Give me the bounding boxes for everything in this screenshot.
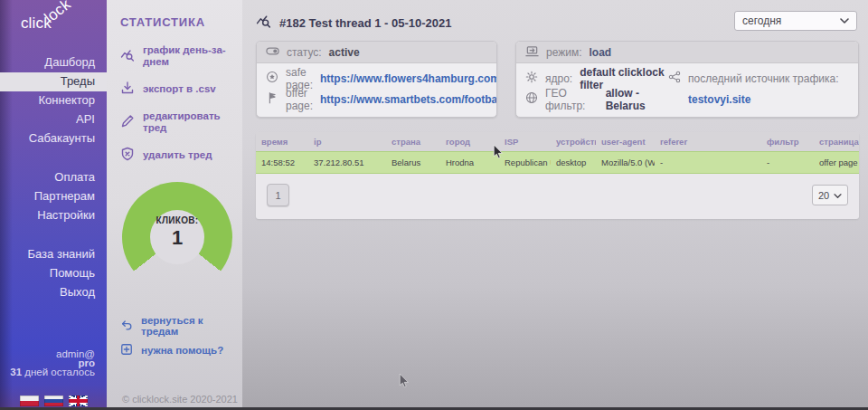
period-select[interactable]: сегодня bbox=[734, 11, 857, 31]
clicklock-logo[interactable]: clicklock bbox=[0, 0, 107, 42]
cell-city: Hrodna bbox=[440, 152, 499, 174]
share-icon bbox=[668, 71, 681, 86]
status-panel-header: статус: active bbox=[257, 42, 496, 63]
gauge-text: КЛИКОВ: 1 bbox=[122, 215, 232, 250]
cell-filter: - bbox=[761, 152, 814, 174]
edit-thread-icon bbox=[120, 114, 135, 131]
sidebar-item-api[interactable]: API bbox=[0, 110, 107, 129]
clicks-gauge: КЛИКОВ: 1 bbox=[122, 182, 232, 292]
cell-device: desktop bbox=[551, 152, 596, 174]
nav-divider bbox=[0, 225, 107, 245]
sidebar-item-help[interactable]: Помощь bbox=[0, 264, 107, 283]
cell-user-agent: Mozilla/5.0 (Win... bbox=[596, 152, 655, 174]
col-device[interactable]: устройство bbox=[551, 132, 596, 152]
sidebar: clicklock Дашборд Треды Коннектор API Са… bbox=[0, 0, 107, 410]
stats-column: СТАТИСТИКА график день-за-днем экспорт в… bbox=[107, 0, 242, 410]
toggle-icon bbox=[266, 44, 279, 61]
status-value: active bbox=[329, 46, 360, 59]
sidebar-item-knowledge-base[interactable]: База знаний bbox=[0, 245, 107, 264]
sidebar-item-connector[interactable]: Коннектор bbox=[0, 91, 107, 110]
col-filter[interactable]: фильтр bbox=[761, 132, 814, 152]
language-switcher bbox=[0, 396, 107, 406]
stats-links: вернуться к тредам нужна помощь? bbox=[120, 315, 242, 358]
gauge-label: КЛИКОВ: bbox=[122, 215, 232, 225]
export-csv-button[interactable]: экспорт в .csv bbox=[120, 81, 242, 98]
sidebar-item-dashboard[interactable]: Дашборд bbox=[0, 53, 107, 72]
daily-chart-label: график день-за-днем bbox=[143, 44, 242, 68]
sidebar-item-settings[interactable]: Настройки bbox=[0, 206, 107, 225]
delete-thread-button[interactable]: удалить тред bbox=[120, 147, 242, 164]
delete-thread-label: удалить тред bbox=[143, 149, 212, 161]
geo-filter-value: allow - Belarus bbox=[606, 87, 668, 112]
col-ip[interactable]: ip bbox=[308, 132, 386, 152]
cell-isp: Republican Unita... bbox=[499, 152, 551, 174]
main-content: #182 Test thread 1 - 05-10-2021 сегодня … bbox=[242, 0, 868, 410]
traffic-source-row: последний источник трафика: bbox=[668, 68, 849, 89]
globe-icon bbox=[525, 91, 538, 107]
period-select-value: сегодня bbox=[742, 14, 781, 27]
daily-chart-button[interactable]: график день-за-днем bbox=[120, 44, 242, 68]
nav-divider bbox=[0, 148, 107, 168]
need-help-link[interactable]: нужна помощь? bbox=[120, 343, 242, 358]
app-window: clicklock Дашборд Треды Коннектор API Са… bbox=[0, 0, 868, 410]
sidebar-item-subaccounts[interactable]: Сабакаунты bbox=[0, 129, 107, 148]
mode-left-column: ядро: default clicklock filter ГЕО фильт… bbox=[525, 68, 668, 110]
mode-panel: режим: load ядро: default clicklock filt… bbox=[515, 41, 859, 118]
edit-thread-button[interactable]: редактировать тред bbox=[120, 110, 242, 134]
col-city[interactable]: город bbox=[440, 132, 499, 152]
status-panel: статус: active safe page: https://www.fl… bbox=[256, 41, 497, 118]
mode-panel-header: режим: load bbox=[516, 42, 858, 63]
export-csv-icon bbox=[120, 81, 135, 98]
mode-label: режим: bbox=[546, 46, 582, 59]
export-csv-label: экспорт в .csv bbox=[143, 83, 216, 95]
table-header-row: время ip страна город ISP устройство use… bbox=[256, 132, 859, 152]
chart-day-icon bbox=[120, 48, 135, 65]
page-size-select[interactable]: 20 bbox=[812, 185, 848, 205]
sidebar-item-payment[interactable]: Оплата bbox=[0, 168, 107, 187]
mode-value: load bbox=[590, 46, 612, 59]
sidebar-item-partners[interactable]: Партнерам bbox=[0, 187, 107, 206]
clicks-table: время ip страна город ISP устройство use… bbox=[256, 132, 859, 174]
back-to-threads-label: вернуться к тредам bbox=[141, 315, 242, 337]
col-isp[interactable]: ISP bbox=[499, 132, 551, 152]
gear-icon bbox=[525, 71, 538, 86]
status-label: статус: bbox=[287, 46, 322, 59]
delete-thread-icon bbox=[120, 147, 135, 164]
col-time[interactable]: время bbox=[256, 132, 308, 152]
safe-page-link[interactable]: https://www.flowers4hamburg.com/ bbox=[320, 72, 497, 85]
sidebar-item-threads[interactable]: Треды bbox=[0, 72, 107, 91]
cell-country: Belarus bbox=[386, 152, 440, 174]
sidebar-item-logout[interactable]: Выход bbox=[0, 283, 107, 302]
cell-ip: 37.212.80.51 bbox=[308, 152, 386, 174]
sidebar-nav: Дашборд Треды Коннектор API Сабакаунты О… bbox=[0, 53, 107, 302]
mode-right-column: последний источник трафика: testovyi.sit… bbox=[668, 68, 849, 110]
core-label: ядро: bbox=[545, 72, 572, 85]
col-country[interactable]: страна bbox=[386, 132, 440, 152]
flag-russia-icon[interactable] bbox=[44, 396, 63, 406]
traffic-source-link[interactable]: testovyi.site bbox=[688, 93, 750, 106]
edit-thread-label: редактировать тред bbox=[143, 110, 242, 134]
pagination: 1 20 bbox=[256, 174, 859, 208]
offer-page-label: offer page: bbox=[286, 87, 313, 112]
flag-uk-icon[interactable] bbox=[69, 396, 88, 406]
offer-page-row: offer page: https://www.smartbets.com/fo… bbox=[266, 89, 487, 110]
badge-star-icon bbox=[266, 71, 278, 86]
page-1-button[interactable]: 1 bbox=[267, 184, 289, 206]
table-row[interactable]: 14:58:52 37.212.80.51 Belarus Hrodna Rep… bbox=[256, 152, 859, 174]
back-to-threads-link[interactable]: вернуться к тредам bbox=[120, 315, 242, 337]
offer-page-link[interactable]: https://www.smartbets.com/football/tea..… bbox=[320, 93, 497, 106]
col-referer[interactable]: referer bbox=[655, 132, 761, 152]
info-panels: статус: active safe page: https://www.fl… bbox=[256, 41, 868, 118]
clicks-table-card: время ip страна город ISP устройство use… bbox=[256, 132, 859, 219]
col-user-agent[interactable]: user-agent bbox=[596, 132, 655, 152]
cell-page: offer page bbox=[814, 152, 859, 174]
status-panel-body: safe page: https://www.flowers4hamburg.c… bbox=[257, 63, 496, 117]
stats-title: СТАТИСТИКА bbox=[120, 15, 242, 29]
flag-icon bbox=[266, 91, 278, 107]
traffic-source-link-row: testovyi.site bbox=[668, 89, 849, 110]
cell-time: 14:58:52 bbox=[256, 152, 308, 174]
thread-title-text: #182 Test thread 1 - 05-10-2021 bbox=[279, 16, 452, 30]
col-page[interactable]: страница bbox=[814, 132, 859, 152]
thread-title: #182 Test thread 1 - 05-10-2021 bbox=[256, 14, 452, 32]
flag-poland-icon[interactable] bbox=[20, 396, 39, 406]
